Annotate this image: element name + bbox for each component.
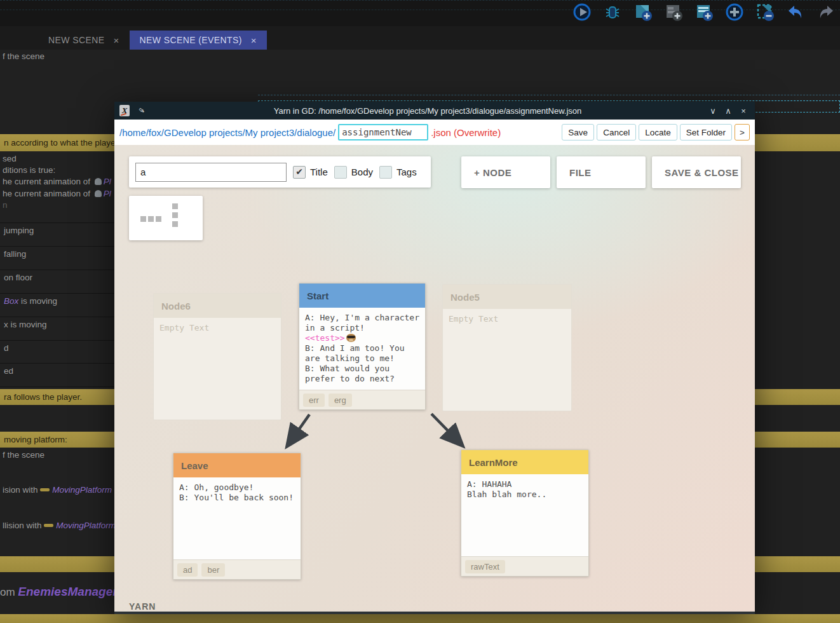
event-row[interactable]: ed — [0, 363, 114, 386]
yarn-node-learnmore[interactable]: LearnMoreA: HAHAHA Blah blah more..rawTe… — [461, 449, 589, 577]
event-text[interactable]: ditions is true: — [3, 165, 55, 175]
body-text: <<test>> — [305, 333, 345, 343]
close-icon[interactable]: × — [251, 35, 257, 46]
body-text: A: Hey, I'm a character in a script! — [305, 313, 419, 332]
node-body[interactable]: Empty Text — [154, 318, 281, 420]
object-name: Pl — [104, 177, 111, 186]
event-row[interactable]: Box is moving — [0, 293, 114, 316]
xterm-icon: X — [119, 105, 130, 116]
condition-collision[interactable]: ision with MovingPlatform — [3, 485, 112, 495]
node-body[interactable]: A: Oh, goodbye! B: You'll be back soon! — [173, 477, 301, 560]
sprite-object-icon — [95, 178, 102, 185]
arrange-horizontal-icon[interactable] — [140, 216, 146, 222]
body-text: Empty Text — [449, 314, 498, 324]
tab-bar: NEW SCENE × NEW SCENE (EVENTS) × — [0, 31, 267, 50]
tab-new-scene[interactable]: NEW SCENE × — [38, 31, 130, 50]
add-external-events-icon[interactable] — [663, 2, 684, 22]
node-body[interactable]: A: HAHAHA Blah blah more.. — [461, 474, 588, 557]
arrange-vertical-icon[interactable] — [172, 221, 178, 227]
condition-collision[interactable]: llision with MovingPlatform — [3, 521, 116, 530]
filter-tags: Tags — [379, 166, 417, 179]
node-title[interactable]: Node6 — [154, 294, 281, 318]
arrange-horizontal-icon[interactable] — [148, 216, 154, 222]
locate-button[interactable]: Locate — [639, 124, 677, 140]
event-external-link[interactable]: om EnemiesManager — [0, 585, 118, 599]
debug-icon[interactable] — [602, 2, 623, 22]
add-new-icon[interactable] — [724, 2, 745, 22]
search-input[interactable] — [135, 163, 287, 182]
event-row[interactable]: d — [0, 340, 114, 363]
yarn-node-node6[interactable]: Node6Empty Text — [153, 293, 281, 420]
node-title[interactable]: LearnMore — [461, 450, 588, 474]
monkey-emoji — [346, 334, 356, 342]
node-tags: rawText — [461, 556, 588, 576]
event-text[interactable]: n — [3, 200, 8, 210]
tag-chip[interactable]: ber — [201, 563, 225, 577]
object-name: MovingPlatform — [56, 521, 116, 530]
minimize-icon[interactable]: ∨ — [705, 106, 721, 116]
tab-label: NEW SCENE — [48, 35, 104, 45]
external-events-name: EnemiesManager — [18, 585, 117, 598]
play-icon[interactable] — [572, 2, 592, 22]
add-scene-icon[interactable] — [633, 2, 653, 22]
add-events-icon[interactable] — [694, 2, 714, 22]
title-checkbox[interactable]: ✔ — [293, 166, 306, 179]
set-folder-button[interactable]: Set Folder — [680, 124, 732, 140]
filter-title: ✔ Title — [293, 166, 328, 179]
save-close-button[interactable]: SAVE & CLOSE — [652, 156, 741, 188]
path-prefix: /home/fox/GDevelop projects/My project3/… — [119, 127, 335, 138]
filename-input[interactable] — [338, 124, 428, 140]
event-text[interactable]: sed — [3, 154, 17, 163]
condition-animation[interactable]: he current animation of Pl — [3, 177, 111, 186]
tag-chip[interactable]: ad — [177, 563, 198, 577]
node-title[interactable]: Leave — [173, 453, 301, 477]
node-title[interactable]: Node5 — [443, 285, 571, 309]
cancel-button[interactable]: Cancel — [597, 124, 636, 140]
gdevelop-window: NEW SCENE × NEW SCENE (EVENTS) × f the s… — [0, 0, 840, 623]
expand-button[interactable]: > — [735, 124, 750, 140]
search-card: ✔ Title Body Tags — [129, 156, 431, 188]
undo-icon[interactable] — [785, 2, 806, 22]
tags-checkbox[interactable] — [379, 166, 392, 179]
remove-selection-icon[interactable] — [755, 2, 775, 22]
node-body[interactable]: Empty Text — [443, 309, 571, 411]
comment-event[interactable] — [0, 614, 840, 623]
main-toolbar — [0, 0, 840, 26]
event-row[interactable]: x is moving — [0, 317, 114, 339]
tag-chip[interactable]: err — [303, 394, 325, 407]
add-node-button[interactable]: + NODE — [461, 156, 550, 188]
node-title[interactable]: Start — [299, 284, 425, 308]
arrange-vertical-icon[interactable] — [172, 203, 178, 209]
close-icon[interactable]: × — [736, 106, 751, 116]
yarn-node-leave[interactable]: LeaveA: Oh, goodbye! B: You'll be back s… — [173, 453, 301, 580]
save-button[interactable]: Save — [562, 124, 594, 140]
yarn-node-node5[interactable]: Node5Empty Text — [442, 284, 572, 411]
condition-animation[interactable]: he current animation of Pl — [3, 189, 111, 198]
arrange-horizontal-icon[interactable] — [156, 216, 161, 222]
maximize-icon[interactable]: ∧ — [721, 106, 736, 116]
checkbox-label: Body — [351, 167, 373, 177]
file-menu-button[interactable]: FILE — [557, 156, 646, 188]
event-row[interactable]: falling — [0, 246, 114, 269]
yarn-canvas[interactable]: ✔ Title Body Tags + NODE FILE SAVE & CLO… — [114, 145, 755, 612]
file-path-bar: /home/fox/GDevelop projects/My project3/… — [114, 120, 755, 145]
yarn-node-start[interactable]: StartA: Hey, I'm a character in a script… — [299, 283, 426, 410]
event-text[interactable]: f the scene — [3, 450, 44, 460]
tag-chip[interactable]: rawText — [465, 560, 505, 573]
platform-object-icon — [44, 524, 53, 527]
divider — [0, 387, 114, 387]
event-text[interactable]: f the scene — [3, 51, 44, 61]
event-row[interactable]: on floor — [0, 270, 114, 292]
event-row[interactable]: jumping — [0, 222, 114, 245]
node-body[interactable]: A: Hey, I'm a character in a script! <<t… — [299, 308, 425, 390]
yarn-titlebar[interactable]: X ✑ Yarn in GD: /home/fox/GDevelop proje… — [114, 102, 755, 120]
redo-icon[interactable] — [816, 2, 836, 22]
body-checkbox[interactable] — [334, 166, 347, 179]
arrange-vertical-icon[interactable] — [172, 212, 178, 218]
yarn-watermark: YARN — [129, 601, 156, 612]
tag-chip[interactable]: erg — [329, 394, 352, 407]
tab-new-scene-events[interactable]: NEW SCENE (EVENTS) × — [130, 31, 267, 50]
body-text: Empty Text — [159, 323, 209, 332]
close-icon[interactable]: × — [113, 35, 119, 46]
body-text: A: Oh, goodbye! B: You'll be back soon! — [179, 483, 294, 502]
